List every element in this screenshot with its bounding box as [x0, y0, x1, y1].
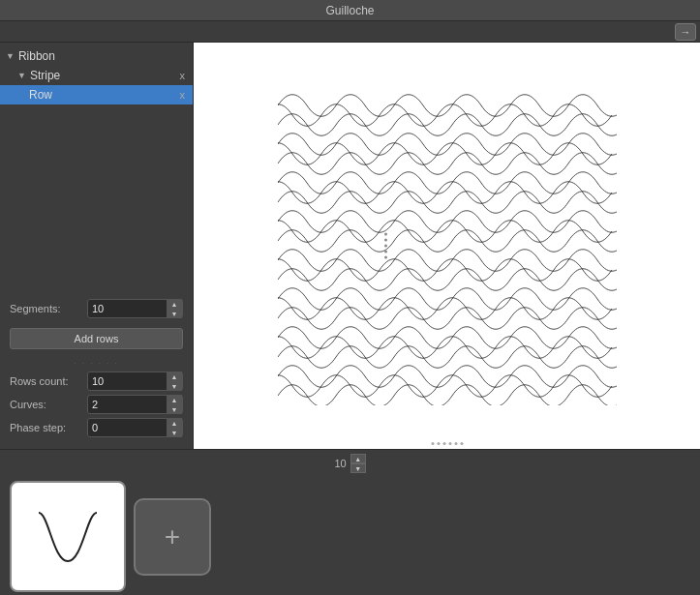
bottom-value-up[interactable]: ▲	[350, 454, 366, 463]
left-panel: ▼ Ribbon ▼ Stripe x Row x Segments:	[0, 43, 194, 449]
add-rows-button[interactable]: Add rows	[10, 328, 183, 349]
controls-area: Segments: ▲ ▼ Add rows · · · · · · Rows …	[0, 291, 193, 449]
curve-thumbnail[interactable]	[10, 481, 126, 592]
export-button[interactable]: →	[675, 23, 696, 41]
rows-count-stepper: ▲ ▼	[167, 372, 182, 391]
segments-up[interactable]: ▲	[167, 299, 182, 309]
bottom-value-stepper: ▲ ▼	[350, 454, 366, 473]
segments-row: Segments: ▲ ▼	[10, 299, 183, 318]
ribbon-arrow: ▼	[6, 51, 15, 61]
segments-down[interactable]: ▼	[167, 309, 182, 318]
add-curve-button[interactable]: +	[134, 498, 211, 576]
row-close[interactable]: x	[178, 89, 188, 101]
stripe-label: Stripe	[30, 69, 178, 82]
title-bar: Guilloche	[0, 0, 700, 21]
phase-step-label: Phase step:	[10, 422, 87, 433]
bottom-panel: 10 ▲ ▼ +	[0, 449, 700, 595]
rows-count-input-wrap: ▲ ▼	[87, 372, 183, 391]
curve-preview-svg	[24, 493, 111, 580]
bottom-value-down[interactable]: ▼	[350, 463, 366, 473]
guilloche-preview	[278, 86, 617, 405]
stripe-arrow: ▼	[17, 71, 26, 80]
phase-step-input[interactable]	[88, 422, 167, 433]
phase-step-stepper: ▲ ▼	[167, 418, 182, 437]
canvas-area	[194, 43, 700, 449]
curves-up[interactable]: ▲	[167, 395, 182, 404]
curves-stepper: ▲ ▼	[167, 395, 182, 414]
window-title: Guilloche	[325, 4, 374, 17]
export-icon: →	[681, 26, 691, 38]
left-resize-handle[interactable]	[384, 233, 387, 259]
curves-row: Curves: ▲ ▼	[10, 395, 183, 414]
curves-input-wrap: ▲ ▼	[87, 395, 183, 414]
rows-count-label: Rows count:	[10, 375, 87, 387]
curves-row: +	[0, 477, 700, 595]
curves-label: Curves:	[10, 399, 87, 410]
add-curve-icon: +	[165, 523, 180, 550]
rows-count-up[interactable]: ▲	[167, 372, 182, 381]
phase-step-down[interactable]: ▼	[167, 428, 182, 437]
top-bar: →	[0, 21, 700, 43]
rows-count-input[interactable]	[88, 375, 167, 387]
segments-input[interactable]	[88, 303, 167, 314]
rows-count-row: Rows count: ▲ ▼	[10, 372, 183, 391]
curves-input[interactable]	[88, 399, 167, 410]
phase-step-up[interactable]: ▲	[167, 418, 182, 428]
rows-count-down[interactable]: ▼	[167, 381, 182, 391]
row-label: Row	[29, 88, 178, 102]
ribbon-label: Ribbon	[18, 49, 187, 63]
phase-step-input-wrap: ▲ ▼	[87, 418, 183, 437]
tree-item-stripe[interactable]: ▼ Stripe x	[0, 66, 193, 85]
dot-divider: · · · · · ·	[10, 359, 183, 368]
tree-item-ribbon[interactable]: ▼ Ribbon	[0, 46, 193, 66]
segments-label: Segments:	[10, 303, 87, 314]
tree-area: ▼ Ribbon ▼ Stripe x Row x	[0, 43, 193, 291]
segments-input-wrap: ▲ ▼	[87, 299, 183, 318]
bottom-value-label: 10	[334, 458, 346, 469]
bottom-top-bar: 10 ▲ ▼	[0, 450, 700, 477]
main-area: ▼ Ribbon ▼ Stripe x Row x Segments:	[0, 43, 700, 449]
tree-item-row[interactable]: Row x	[0, 85, 193, 104]
phase-step-row: Phase step: ▲ ▼	[10, 418, 183, 437]
bottom-resize-handle[interactable]	[431, 442, 463, 445]
segments-stepper: ▲ ▼	[167, 299, 182, 318]
curves-down[interactable]: ▼	[167, 404, 182, 414]
stripe-close[interactable]: x	[178, 70, 188, 81]
